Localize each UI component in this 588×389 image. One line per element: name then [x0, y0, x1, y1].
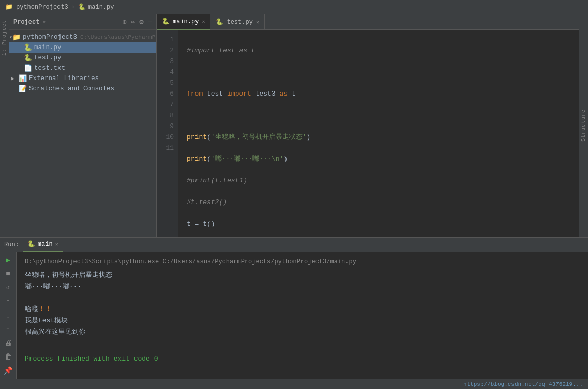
- title-separator: ›: [71, 4, 75, 11]
- scratches-icon: 📝: [19, 85, 27, 93]
- right-sidebar[interactable]: Structure: [579, 14, 588, 237]
- project-panel-title: Project: [13, 19, 39, 26]
- line3-import: import: [227, 88, 251, 99]
- run-toolbar: ▶ ■ ↺ ↑ ↓ ≡ 🖨 🗑 📌: [0, 252, 17, 379]
- line6-p1: (: [207, 153, 211, 164]
- tab-mainpy[interactable]: 🐍 main.py ✕: [157, 14, 210, 30]
- tab-testpy-icon: 🐍: [216, 18, 223, 26]
- testpy-icon: 🐍: [24, 54, 32, 62]
- code-line-2: [187, 67, 570, 77]
- structure-label: Structure: [581, 109, 586, 142]
- run-tab-close[interactable]: ✕: [55, 241, 58, 247]
- settings-icon[interactable]: ⚙: [139, 18, 143, 26]
- line6-str: '嘟···嘟···嘟···\n': [211, 153, 283, 164]
- mainpy-icon: 🐍: [24, 43, 32, 52]
- extlibs-icon: 📊: [19, 74, 27, 83]
- code-line-7: #print(t.test1): [187, 175, 570, 186]
- tree-item-testpy[interactable]: 🐍 test.py: [9, 53, 156, 63]
- code-line-6: print('嘟···嘟···嘟···\n'): [187, 153, 570, 164]
- run-cmd-line: D:\pythonProject3\Scripts\python.exe C:/…: [25, 256, 580, 268]
- line3-alias: t: [288, 88, 296, 99]
- run-tab-icon: 🐍: [27, 240, 35, 248]
- tab-mainpy-label: main.py: [173, 18, 199, 25]
- run-stop-btn[interactable]: ■: [2, 269, 14, 279]
- title-project: pythonProject3: [16, 4, 68, 11]
- run-rerun-btn[interactable]: ↺: [2, 283, 14, 293]
- line7-text: #print(t.test1): [187, 175, 247, 186]
- tree-item-extlibs[interactable]: ▶ 📊 External Libraries: [9, 73, 156, 84]
- line5-p1: (: [207, 132, 211, 143]
- project-panel: Project ▾ ⊕ ⇔ ⚙ − ▾ 📁 pythonProject3 C:\…: [9, 14, 157, 237]
- file-tree: ▾ 📁 pythonProject3 C:\Users\asus\Pycharm…: [9, 30, 156, 237]
- app-body: 1: Project Project ▾ ⊕ ⇔ ⚙ − ▾ 📁: [0, 14, 588, 389]
- extlibs-name: External Libraries: [29, 75, 99, 82]
- project-panel-header: Project ▾ ⊕ ⇔ ⚙ −: [9, 14, 156, 30]
- root-folder-icon: 📁: [12, 33, 21, 41]
- run-output-line1: 坐稳咯，初号机开启暴走状态: [25, 270, 580, 281]
- code-line-4: [187, 110, 570, 121]
- bottom-bar: https://blog.csdn.net/qq_4376219...: [0, 379, 588, 389]
- mainpy-name: main.py: [34, 44, 62, 51]
- code-editor[interactable]: 1 2 3 4 5 6 7 8 9 10 11 #import test as …: [157, 30, 579, 237]
- code-line-1: #import test as t: [187, 45, 570, 56]
- run-output-line3: [25, 292, 580, 304]
- run-panel: Run: 🐍 main ✕ ▶ ■ ↺ ↑ ↓ ≡ 🖨 🗑 📌: [0, 237, 588, 379]
- run-success-line: Process finished with exit code 0: [25, 353, 580, 365]
- testtxt-name: test.txt: [34, 65, 65, 72]
- code-section: 🐍 main.py ✕ 🐍 test.py ✕ 1 2 3 4 5: [157, 14, 579, 237]
- run-scroll-down-btn[interactable]: ↓: [2, 310, 14, 320]
- project-icon: 📁: [5, 3, 13, 11]
- run-scroll-up-btn[interactable]: ↑: [2, 297, 14, 306]
- code-line-8: #t.test2(): [187, 197, 570, 208]
- panel-toolbar: ⊕ ⇔ ⚙ −: [122, 18, 152, 26]
- tab-mainpy-icon: 🐍: [162, 18, 170, 25]
- code-line-3: from test import test3 as t: [187, 88, 570, 99]
- title-file-icon: 🐍: [78, 3, 86, 11]
- project-sidebar-label: 1: Project: [2, 20, 7, 56]
- code-line-5: print('坐稳咯，初号机开启暴走状态'): [187, 132, 570, 143]
- testpy-name: test.py: [34, 54, 62, 61]
- tab-testpy[interactable]: 🐍 test.py ✕: [210, 14, 264, 30]
- run-output: D:\pythonProject3\Scripts\python.exe C:/…: [17, 252, 588, 379]
- line5-fn: print: [187, 132, 207, 143]
- run-tab-main[interactable]: 🐍 main ✕: [23, 238, 63, 252]
- tab-testpy-label: test.py: [227, 19, 252, 26]
- editor-area: 1: Project Project ▾ ⊕ ⇔ ⚙ − ▾ 📁: [0, 14, 588, 237]
- project-panel-caret[interactable]: ▾: [42, 19, 46, 25]
- run-play-btn[interactable]: ▶: [2, 255, 14, 265]
- collapse-icon[interactable]: ⇔: [131, 18, 135, 26]
- code-line-9: t = t(): [187, 219, 570, 229]
- locate-icon[interactable]: ⊕: [122, 18, 126, 26]
- tab-testpy-close[interactable]: ✕: [256, 19, 259, 25]
- run-print-btn[interactable]: 🖨: [2, 338, 14, 348]
- run-pin-btn[interactable]: 📌: [2, 366, 14, 376]
- left-sidebar-bar[interactable]: 1: Project: [0, 14, 9, 237]
- run-output-line6: 很高兴在这里见到你: [25, 326, 580, 338]
- line3-mod: test: [203, 88, 227, 99]
- run-label: Run:: [4, 241, 19, 248]
- run-panel-header: Run: 🐍 main ✕: [0, 238, 588, 252]
- code-content[interactable]: #import test as t from test import test3…: [178, 30, 579, 237]
- line6-p2: ): [283, 153, 288, 164]
- run-output-line5: 我是test模块: [25, 315, 580, 326]
- tab-bar: 🐍 main.py ✕ 🐍 test.py ✕: [157, 14, 579, 30]
- tree-item-scratches[interactable]: 📝 Scratches and Consoles: [9, 84, 156, 94]
- bottom-url: https://blog.csdn.net/qq_4376219...: [463, 381, 583, 387]
- line8-text: #t.test2(): [187, 197, 227, 208]
- run-output-line7: [25, 338, 580, 349]
- line1-text: #import test as t: [187, 45, 255, 56]
- tab-mainpy-close[interactable]: ✕: [202, 19, 205, 25]
- root-path: C:\Users\asus\PycharmProjects\pythonProj…: [80, 34, 156, 40]
- line-numbers: 1 2 3 4 5 6 7 8 9 10 11: [157, 30, 178, 237]
- line3-fn: test3: [251, 88, 280, 99]
- scratches-name: Scratches and Consoles: [29, 85, 114, 92]
- scratches-caret: [11, 86, 19, 92]
- tree-item-mainpy[interactable]: 🐍 main.py: [9, 42, 156, 53]
- run-wrap-btn[interactable]: ≡: [2, 324, 14, 334]
- tree-root-item[interactable]: ▾ 📁 pythonProject3 C:\Users\asus\Pycharm…: [9, 32, 156, 42]
- minimize-icon[interactable]: −: [148, 18, 152, 26]
- tree-item-testtxt[interactable]: 📄 test.txt: [9, 63, 156, 73]
- testtxt-icon: 📄: [24, 64, 32, 72]
- run-tab-label: main: [38, 241, 53, 248]
- run-delete-btn[interactable]: 🗑: [2, 352, 14, 362]
